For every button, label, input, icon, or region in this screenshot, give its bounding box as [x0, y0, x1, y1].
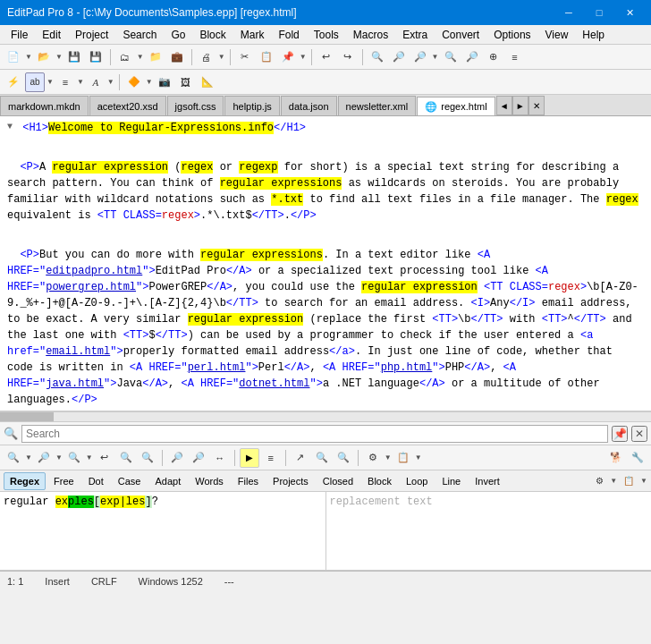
- opt-projects-btn[interactable]: Projects: [266, 472, 315, 490]
- open-project-button[interactable]: 📁: [146, 47, 165, 67]
- horizontal-scrollbar[interactable]: [0, 411, 651, 422]
- opt-extra-dropdown[interactable]: ▼: [640, 477, 647, 485]
- new-button[interactable]: 📄: [4, 47, 23, 67]
- tab-newsletter[interactable]: newsletter.xml: [338, 96, 417, 115]
- save-all-button[interactable]: 💾: [86, 47, 106, 67]
- opt-mode-btn[interactable]: ⚙: [591, 471, 608, 491]
- save-project-button[interactable]: 💼: [167, 47, 187, 67]
- tb2-btn8[interactable]: 📐: [198, 72, 217, 92]
- menu-extra[interactable]: Extra: [395, 25, 435, 44]
- search2-button[interactable]: 🔎: [389, 47, 409, 67]
- search-extra8-btn[interactable]: 🔍: [334, 448, 353, 468]
- tb2-btn5[interactable]: 🔶: [124, 72, 144, 92]
- tab-jgsoft[interactable]: jgsoft.css: [167, 96, 224, 115]
- tab-helptip[interactable]: helptip.js: [224, 96, 279, 115]
- opt-case-btn[interactable]: Case: [112, 472, 148, 490]
- tb2-btn1[interactable]: ⚡: [4, 72, 23, 92]
- open-button[interactable]: 📂: [34, 47, 54, 67]
- search-clip-btn[interactable]: 📋: [393, 448, 413, 468]
- tab-markdown[interactable]: markdown.mkdn: [0, 96, 89, 115]
- menu-file[interactable]: File: [4, 25, 35, 44]
- tab-nav-left[interactable]: ◄: [496, 96, 512, 115]
- paste-button[interactable]: 📌: [278, 47, 298, 67]
- search-extra6-btn[interactable]: ↗: [291, 448, 310, 468]
- copy-button[interactable]: 📋: [257, 47, 276, 67]
- search-marked2-btn[interactable]: ≡: [261, 448, 281, 468]
- menu-view[interactable]: View: [538, 25, 576, 44]
- search-settings-dropdown[interactable]: ▼: [385, 453, 392, 462]
- opt-extra-btn[interactable]: 📋: [619, 471, 638, 491]
- search-marked1-btn[interactable]: ▶: [240, 448, 259, 468]
- menu-go[interactable]: Go: [164, 25, 192, 44]
- menu-mark[interactable]: Mark: [233, 25, 272, 44]
- extra-btn1[interactable]: ≡: [505, 47, 525, 67]
- menu-tools[interactable]: Tools: [307, 25, 346, 44]
- zoom-in-button[interactable]: 🔍: [441, 47, 461, 67]
- close-button[interactable]: ✕: [615, 3, 644, 22]
- zoom-dropdown-button[interactable]: ⊕: [484, 47, 503, 67]
- pin-search-button[interactable]: 📌: [612, 426, 628, 442]
- tb2-dropdown4[interactable]: ▼: [146, 78, 153, 86]
- menu-help[interactable]: Help: [575, 25, 612, 44]
- search-prev-dropdown[interactable]: ▼: [25, 453, 32, 462]
- zoom-out-button[interactable]: 🔎: [462, 47, 482, 67]
- opt-files-btn[interactable]: Files: [232, 472, 265, 490]
- menu-fold[interactable]: Fold: [271, 25, 306, 44]
- tb2-btn2[interactable]: ab: [25, 72, 45, 92]
- opt-regex-btn[interactable]: Regex: [4, 472, 46, 490]
- search-zoom-in-btn[interactable]: 🔍: [64, 448, 84, 468]
- menu-project[interactable]: Project: [68, 25, 115, 44]
- opt-dot-btn[interactable]: Dot: [82, 472, 110, 490]
- fold-btn-1[interactable]: ▼: [7, 120, 16, 133]
- tab-nav-right[interactable]: ►: [512, 96, 528, 115]
- new-dropdown[interactable]: ▼: [25, 53, 32, 61]
- tab-datajson[interactable]: data.json: [281, 96, 337, 115]
- menu-search[interactable]: Search: [115, 25, 164, 44]
- menu-options[interactable]: Options: [486, 25, 537, 44]
- search-extra7-btn[interactable]: 🔍: [312, 448, 332, 468]
- tb2-dropdown1[interactable]: ▼: [46, 78, 54, 86]
- search-extra1-btn[interactable]: 🔍: [116, 448, 136, 468]
- open-dropdown[interactable]: ▼: [55, 53, 63, 61]
- menu-macros[interactable]: Macros: [346, 25, 395, 44]
- cut-button[interactable]: ✂: [235, 47, 255, 67]
- search-extra5-btn[interactable]: ↔: [210, 448, 230, 468]
- tb2-dropdown3[interactable]: ▼: [107, 78, 114, 86]
- tb2-dropdown2[interactable]: ▼: [77, 78, 84, 86]
- regex-input-pane[interactable]: regular exples[exp|les]?: [0, 492, 326, 570]
- editor-area[interactable]: ▼ <H1>Welcome to Regular-Expressions.inf…: [0, 116, 651, 411]
- opt-block-btn[interactable]: Block: [361, 472, 398, 490]
- paste-dropdown[interactable]: ▼: [300, 53, 307, 61]
- print-button[interactable]: 🖨: [197, 47, 216, 67]
- opt-adapt-btn[interactable]: Adapt: [148, 472, 187, 490]
- search-dropdown[interactable]: ▼: [432, 53, 439, 61]
- tb2-btn4[interactable]: A: [86, 72, 106, 92]
- search-extra4-btn[interactable]: 🔎: [189, 448, 208, 468]
- search-prev-btn[interactable]: 🔍: [4, 448, 23, 468]
- tab-regex[interactable]: 🌐 regex.html: [417, 97, 495, 116]
- search-clip-dropdown[interactable]: ▼: [415, 453, 422, 462]
- opt-closed-btn[interactable]: Closed: [317, 472, 359, 490]
- search-settings-btn[interactable]: ⚙: [363, 448, 383, 468]
- search-next-dropdown[interactable]: ▼: [55, 453, 63, 462]
- tab-acetext[interactable]: acetext20.xsd: [89, 96, 166, 115]
- tb2-btn3[interactable]: ≡: [55, 72, 75, 92]
- opt-mode-dropdown[interactable]: ▼: [610, 477, 617, 485]
- tb2-btn7[interactable]: 🖼: [176, 72, 196, 92]
- menu-block[interactable]: Block: [192, 25, 232, 44]
- maximize-button[interactable]: □: [585, 3, 613, 22]
- minimize-button[interactable]: ─: [554, 3, 583, 22]
- search-extra2-btn[interactable]: 🔍: [138, 448, 157, 468]
- search-extra3-btn[interactable]: 🔎: [167, 448, 187, 468]
- search-wrench-btn[interactable]: 🔧: [628, 448, 647, 468]
- redo-button[interactable]: ↪: [338, 47, 358, 67]
- print-dropdown[interactable]: ▼: [218, 53, 225, 61]
- search-input[interactable]: [21, 425, 608, 443]
- tb2-btn6[interactable]: 📷: [155, 72, 174, 92]
- search3-button[interactable]: 🔎: [410, 47, 430, 67]
- menu-edit[interactable]: Edit: [35, 25, 68, 44]
- search-zoom-dropdown[interactable]: ▼: [86, 453, 93, 462]
- opt-free-btn[interactable]: Free: [47, 472, 80, 490]
- new-project-button[interactable]: 🗂: [115, 47, 135, 67]
- opt-invert-btn[interactable]: Invert: [469, 472, 506, 490]
